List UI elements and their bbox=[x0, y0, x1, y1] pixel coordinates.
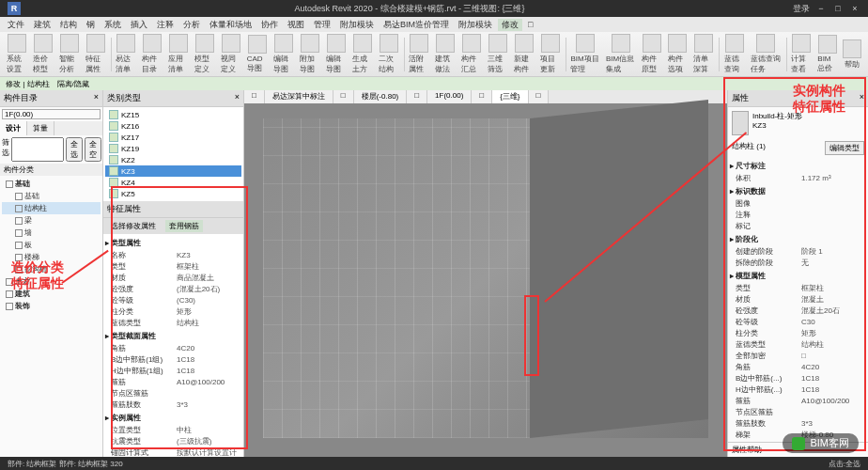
building-model[interactable] bbox=[263, 118, 708, 438]
checkbox[interactable] bbox=[15, 242, 23, 249]
tree-item[interactable]: 结构柱 bbox=[2, 202, 101, 214]
menu-item[interactable]: 文件 bbox=[4, 19, 28, 31]
ribbon-icon bbox=[169, 34, 188, 53]
floor-dropdown[interactable]: 1F(0.00) bbox=[2, 109, 101, 119]
ribbon-button[interactable]: 编辑导图 bbox=[323, 33, 349, 75]
select-all-button[interactable]: 全选 bbox=[66, 137, 83, 162]
menu-item[interactable]: 结构 bbox=[56, 19, 81, 31]
ribbon-icon bbox=[725, 34, 744, 53]
menu-item[interactable]: 注释 bbox=[153, 19, 178, 31]
menu-item[interactable]: 附加模块 bbox=[455, 19, 496, 31]
viewport-tab[interactable]: □ bbox=[407, 90, 427, 103]
ribbon-button[interactable]: 易达清单 bbox=[113, 33, 139, 75]
menu-item[interactable]: 修改 bbox=[498, 19, 522, 31]
menu-item[interactable]: 附加模块 bbox=[336, 19, 378, 31]
ribbon-button[interactable]: 清单深算 bbox=[690, 33, 717, 75]
ribbon-button[interactable]: 特征属性 bbox=[83, 33, 109, 75]
ribbon-button[interactable]: 项目更新 bbox=[537, 33, 564, 75]
ribbon-button[interactable]: 视同定义 bbox=[218, 33, 244, 75]
tab-quantity[interactable]: 算量 bbox=[27, 121, 54, 135]
ribbon-button[interactable]: BIM项目管理 bbox=[567, 33, 603, 75]
ribbon-button[interactable]: 帮助 bbox=[840, 39, 864, 70]
ribbon-button[interactable]: 系统设置 bbox=[4, 33, 30, 75]
menu-item[interactable]: 管理 bbox=[310, 19, 334, 31]
list-item[interactable]: KZ16 bbox=[105, 120, 241, 132]
viewport-tab[interactable]: □ bbox=[472, 90, 492, 103]
list-item[interactable]: KZ19 bbox=[105, 143, 241, 154]
checkbox[interactable] bbox=[15, 205, 23, 212]
maximize-icon[interactable]: □ bbox=[832, 3, 844, 14]
ribbon-button[interactable]: 新建构件 bbox=[511, 33, 537, 75]
ribbon-button[interactable]: 三维筛选 bbox=[485, 33, 511, 75]
ribbon-label: 帮助 bbox=[845, 59, 860, 70]
list-item[interactable]: KZ17 bbox=[105, 132, 241, 143]
menu-item[interactable]: □ bbox=[524, 20, 536, 29]
checkbox[interactable] bbox=[6, 180, 13, 188]
checkbox[interactable] bbox=[15, 229, 23, 237]
user-label[interactable]: 登录 bbox=[793, 3, 810, 15]
ribbon-button[interactable]: CAD导图 bbox=[244, 34, 271, 74]
close-icon[interactable]: × bbox=[849, 3, 860, 14]
ribbon-button[interactable]: 二次结构 bbox=[376, 33, 402, 75]
viewport-tab[interactable]: {三维} bbox=[492, 90, 528, 103]
isolate-toggle[interactable]: 隔离/隐藏 bbox=[57, 79, 89, 89]
viewport-tab[interactable]: □ bbox=[333, 90, 354, 103]
viewport-tab[interactable]: 1F(0.00) bbox=[427, 90, 472, 103]
menu-item[interactable]: 插入 bbox=[127, 19, 151, 31]
ribbon-icon bbox=[576, 34, 595, 53]
ribbon-button[interactable]: 构件原型 bbox=[639, 33, 665, 75]
checkbox[interactable] bbox=[6, 303, 13, 310]
ribbon-button[interactable]: 建筑做法 bbox=[432, 33, 458, 75]
viewport-tab[interactable]: 楼层(-0.80) bbox=[354, 90, 408, 103]
ribbon-button[interactable]: BIM信息集成 bbox=[603, 33, 639, 75]
close-icon[interactable]: × bbox=[94, 92, 99, 104]
ribbon-button[interactable]: 智能分析 bbox=[56, 33, 83, 75]
close-icon[interactable]: × bbox=[235, 92, 240, 104]
checkbox[interactable] bbox=[6, 290, 13, 298]
ribbon-button[interactable]: 活附属性 bbox=[406, 33, 432, 75]
titlebar: R Autodesk Revit 2020 - 综合楼建模+钢筋.rvt - 三… bbox=[0, 0, 868, 17]
viewport-tab[interactable]: □ bbox=[244, 90, 265, 103]
ribbon-button[interactable]: 模型定义 bbox=[192, 33, 218, 75]
menu-item[interactable]: 系统 bbox=[101, 19, 125, 31]
minimize-icon[interactable]: − bbox=[815, 3, 827, 14]
ribbon-button[interactable]: 蓝德查询 bbox=[721, 33, 748, 75]
list-item[interactable]: KZ2 bbox=[105, 154, 241, 165]
tree-item[interactable]: 装饰 bbox=[2, 300, 101, 312]
tree-item[interactable]: 梁 bbox=[2, 214, 101, 227]
viewport-tab[interactable]: □ bbox=[529, 90, 550, 103]
viewport-tab[interactable]: 易达深算中标注 bbox=[265, 90, 333, 103]
ribbon-button[interactable]: 编辑导图 bbox=[271, 33, 297, 75]
ribbon-button[interactable]: 附加导图 bbox=[297, 33, 323, 75]
menu-item[interactable]: 协作 bbox=[257, 19, 282, 31]
viewport-3d[interactable]: □易达深算中标注□楼层(-0.80)□1F(0.00)□{三维}□ bbox=[244, 90, 727, 457]
ribbon-button[interactable]: 蓝德查询任务 bbox=[748, 33, 784, 75]
ribbon-button[interactable]: 构件汇总 bbox=[458, 33, 485, 75]
component-tree[interactable]: 基础基础结构柱梁墙板楼梯挖沟槽土方建筑装饰 bbox=[0, 176, 102, 457]
list-item[interactable]: KZ3 bbox=[105, 165, 241, 177]
checkbox[interactable] bbox=[15, 193, 23, 200]
menu-item[interactable]: 钢 bbox=[83, 19, 99, 31]
tree-item[interactable]: 墙 bbox=[2, 227, 101, 239]
ribbon-button[interactable]: BIM总价 bbox=[814, 34, 840, 74]
ribbon-button[interactable]: 构件选项 bbox=[665, 33, 691, 75]
ribbon-button[interactable]: 造价模型 bbox=[30, 33, 56, 75]
tree-item[interactable]: 板 bbox=[2, 239, 101, 251]
list-item[interactable]: KZ15 bbox=[105, 109, 241, 120]
ribbon-icon bbox=[643, 34, 661, 53]
ribbon-button[interactable]: 生成土方 bbox=[349, 33, 376, 75]
ribbon-button[interactable]: 计算查看 bbox=[788, 33, 814, 75]
select-none-button[interactable]: 全空 bbox=[85, 137, 101, 162]
tree-item[interactable]: 基础 bbox=[2, 190, 101, 202]
filter-input[interactable] bbox=[11, 137, 64, 162]
menu-item[interactable]: 建筑 bbox=[30, 19, 54, 31]
ribbon-button[interactable]: 应用清单 bbox=[165, 33, 192, 75]
ribbon-button[interactable]: 构件目录 bbox=[139, 33, 165, 75]
menu-item[interactable]: 视图 bbox=[284, 19, 308, 31]
checkbox[interactable] bbox=[15, 217, 23, 225]
tree-item[interactable]: 基础 bbox=[2, 178, 101, 190]
tab-design[interactable]: 设计 bbox=[0, 121, 27, 135]
menu-item[interactable]: 体量和场地 bbox=[206, 19, 256, 31]
menu-item[interactable]: 易达BIM造价管理 bbox=[380, 19, 453, 31]
menu-item[interactable]: 分析 bbox=[179, 19, 204, 31]
